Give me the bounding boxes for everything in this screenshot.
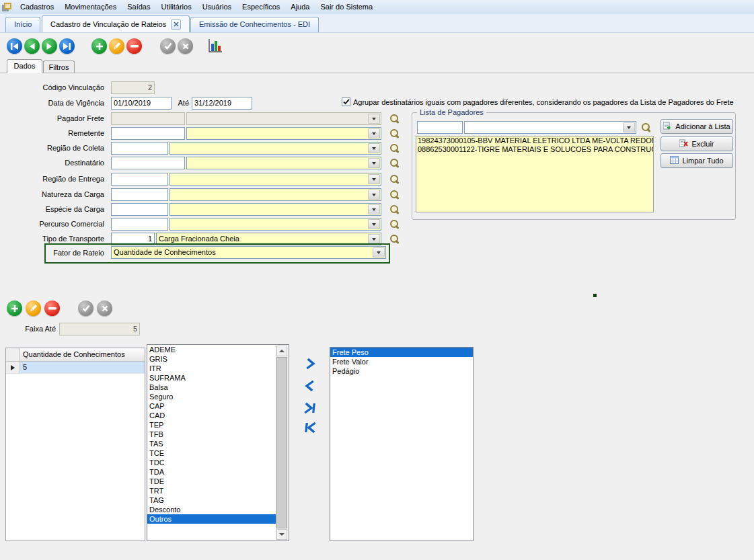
- list-item[interactable]: TCE: [147, 448, 277, 458]
- menu-item-especificos[interactable]: Específicos: [237, 0, 285, 14]
- faixa-ate-field[interactable]: 5: [59, 323, 140, 335]
- dropdown-arrow-icon[interactable]: [623, 122, 635, 132]
- list-item[interactable]: TRT: [147, 486, 277, 495]
- percurso-comercial-combo[interactable]: [169, 218, 381, 231]
- nav-next-button[interactable]: [42, 38, 57, 54]
- list-item[interactable]: Desconto: [147, 505, 277, 514]
- list-item[interactable]: Frete Valor: [330, 357, 473, 366]
- remetente-search-icon[interactable]: [390, 129, 400, 138]
- move-right-button[interactable]: [300, 354, 321, 373]
- scrollbar-thumb[interactable]: [276, 357, 287, 528]
- remetente-code-field[interactable]: [111, 127, 185, 140]
- list-item[interactable]: ITR: [147, 364, 277, 373]
- list-item[interactable]: Seguro: [147, 392, 277, 401]
- pagador-list-item[interactable]: 08862530001122-TIGRE MATERIAIS E SOLUCOE…: [416, 145, 653, 154]
- menu-item-usuarios[interactable]: Usuários: [197, 0, 237, 14]
- tab-emissao-conhecimentos-edi[interactable]: Emissão de Conhecimentos - EDI: [190, 17, 319, 32]
- chart-button[interactable]: [207, 38, 223, 54]
- destinatario-combo[interactable]: [186, 157, 381, 169]
- list-item[interactable]: GRIS: [147, 354, 277, 364]
- move-left-button[interactable]: [300, 376, 321, 395]
- pagador-frete-combo[interactable]: [186, 112, 381, 125]
- tab-inicio[interactable]: Início: [5, 17, 40, 32]
- pagador-code-field[interactable]: [417, 121, 463, 134]
- excluir-button[interactable]: Excluir: [661, 136, 733, 151]
- menu-item-sair-do-sistema[interactable]: Sair do Sistema: [315, 0, 378, 14]
- chosen-components-list[interactable]: Frete PesoFrete ValorPedágio: [330, 347, 474, 541]
- move-all-left-button[interactable]: [300, 418, 321, 437]
- fator-rateio-combo[interactable]: Quantidade de Conhecimentos: [111, 246, 386, 259]
- grid-column-header[interactable]: Quantidade de Conhecimentos: [20, 348, 145, 361]
- dropdown-arrow-icon[interactable]: [368, 234, 380, 244]
- pagador-frete-code-field[interactable]: [111, 112, 185, 125]
- adicionar-lista-button[interactable]: Adicionar à Lista: [661, 119, 733, 134]
- delete-record-button[interactable]: [126, 38, 142, 54]
- list-item[interactable]: TDE: [147, 477, 277, 486]
- list-item[interactable]: TAG: [147, 495, 277, 505]
- pagadores-list[interactable]: 19824373000105-BBV MATERIAL ELETRICO LTD…: [416, 136, 654, 212]
- list-item[interactable]: Outros: [147, 514, 277, 524]
- subtab-filtros[interactable]: Filtros: [43, 61, 75, 73]
- dropdown-arrow-icon[interactable]: [368, 174, 380, 184]
- especie-carga-combo[interactable]: [169, 203, 381, 216]
- limpar-tudo-button[interactable]: Limpar Tudo: [661, 153, 733, 168]
- dropdown-arrow-icon[interactable]: [373, 247, 385, 257]
- list-item[interactable]: Frete Peso: [330, 348, 473, 357]
- list-item[interactable]: SUFRAMA: [147, 373, 277, 383]
- tab-close-icon[interactable]: [171, 19, 181, 30]
- dropdown-arrow-icon[interactable]: [368, 158, 380, 168]
- remetente-combo[interactable]: [186, 127, 381, 140]
- list-item[interactable]: TDA: [147, 467, 277, 477]
- scroll-up-button[interactable]: [276, 346, 287, 356]
- list-item[interactable]: CAP: [147, 401, 277, 411]
- menu-item-saidas[interactable]: Saídas: [122, 0, 155, 14]
- menu-item-movimentacoes[interactable]: Movimentações: [59, 0, 122, 14]
- dropdown-arrow-icon[interactable]: [368, 143, 380, 153]
- regiao-coleta-code-field[interactable]: [111, 142, 168, 155]
- add-record-button[interactable]: [91, 38, 107, 54]
- list-item[interactable]: TEP: [147, 420, 277, 430]
- list-item[interactable]: CAD: [147, 411, 277, 420]
- detail-cancel-button[interactable]: [97, 301, 112, 316]
- detail-delete-button[interactable]: [44, 301, 60, 316]
- edit-record-button[interactable]: [109, 38, 124, 54]
- vertical-scrollbar[interactable]: [276, 346, 288, 540]
- list-item[interactable]: TAS: [147, 439, 277, 448]
- scroll-down-button[interactable]: [276, 529, 287, 540]
- data-vigencia-fim-field[interactable]: 31/12/2019: [192, 97, 252, 110]
- especie-carga-code-field[interactable]: [111, 203, 168, 216]
- nav-prev-button[interactable]: [24, 38, 40, 54]
- dropdown-arrow-icon[interactable]: [368, 114, 380, 124]
- list-item[interactable]: TDC: [147, 458, 277, 467]
- dropdown-arrow-icon[interactable]: [368, 204, 380, 214]
- menu-item-cadastros[interactable]: Cadastros: [15, 0, 59, 14]
- subtab-dados[interactable]: Dados: [7, 59, 42, 73]
- cancel-button[interactable]: [178, 38, 193, 54]
- menu-item-ajuda[interactable]: Ajuda: [285, 0, 315, 14]
- tab-cadastro-vinculacao-rateios[interactable]: Cadastro de Vinculação de Rateios: [42, 15, 190, 32]
- regiao-entrega-search-icon[interactable]: [390, 175, 400, 184]
- destinatario-code-field[interactable]: [111, 157, 185, 169]
- dropdown-arrow-icon[interactable]: [368, 219, 380, 229]
- grid-row[interactable]: 5: [6, 362, 145, 374]
- detail-add-button[interactable]: [7, 301, 22, 316]
- pagador-list-item[interactable]: 19824373000105-BBV MATERIAL ELETRICO LTD…: [416, 136, 653, 145]
- percurso-comercial-search-icon[interactable]: [390, 220, 400, 229]
- agrupar-destinatarios-checkbox[interactable]: [342, 97, 350, 106]
- pagador-search-icon[interactable]: [642, 123, 651, 132]
- dropdown-arrow-icon[interactable]: [368, 128, 380, 138]
- list-item[interactable]: Balsa: [147, 383, 277, 392]
- regiao-coleta-search-icon[interactable]: [390, 144, 400, 153]
- list-item[interactable]: ADEME: [147, 345, 277, 354]
- confirm-button[interactable]: [160, 38, 176, 54]
- regiao-entrega-combo[interactable]: [169, 173, 381, 186]
- available-components-list[interactable]: ADEMEGRISITRSUFRAMABalsaSeguroCAPCADTEPT…: [147, 344, 289, 541]
- percurso-comercial-code-field[interactable]: [111, 218, 168, 231]
- list-item[interactable]: TFB: [147, 430, 277, 439]
- pagador-combo[interactable]: [464, 121, 636, 134]
- menu-item-utilitarios[interactable]: Utilitários: [155, 0, 196, 14]
- codigo-vinculacao-field[interactable]: 2: [111, 81, 155, 94]
- detail-confirm-button[interactable]: [78, 301, 93, 316]
- natureza-carga-combo[interactable]: [169, 188, 381, 201]
- list-item[interactable]: Pedágio: [330, 366, 473, 376]
